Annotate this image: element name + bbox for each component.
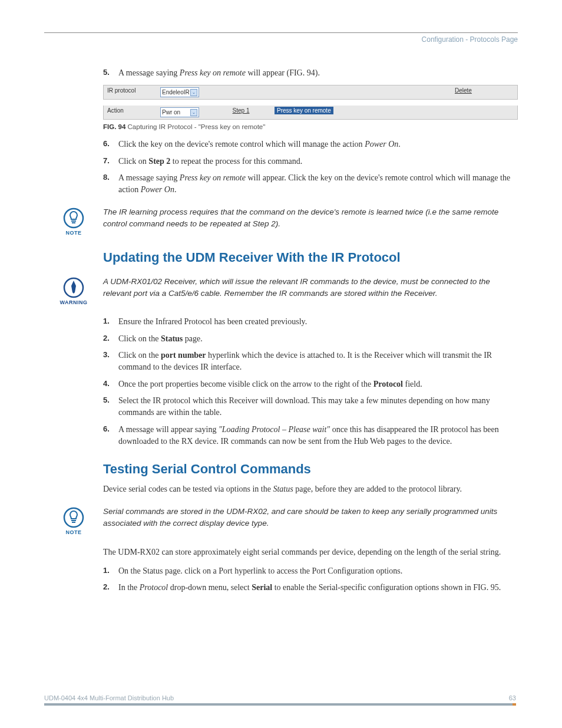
section-heading: Testing Serial Control Commands [103,462,518,477]
action-select[interactable]: Pwr on ⌄ [160,107,199,117]
chevron-down-icon: ⌄ [190,89,197,96]
figure-94: IR protocol EndeleoIR ⌄ Delete Action Pw… [103,85,518,120]
list-item: 6. A message will appear saying "Loading… [103,424,518,448]
note-callout: NOTE The IR learning process requires th… [44,206,518,236]
list-item: 4. Once the port properties become visib… [103,378,518,390]
figure-caption: FIG. 94 Capturing IR Protocol - "Press k… [103,123,518,130]
list-item: 5. A message saying Press key on remote … [103,67,518,79]
list-item: 7. Click on Step 2 to repeat the process… [103,156,518,167]
chevron-down-icon: ⌄ [190,109,197,116]
list-item: 1. On the Status page. click on a Port h… [103,565,518,577]
list-item: 3. Click on the port number hyperlink wh… [103,350,518,374]
page-footer: UDM-0404 4x4 Multi-Format Distribution H… [44,694,516,706]
lightbulb-icon [63,507,84,528]
footer-title: UDM-0404 4x4 Multi-Format Distribution H… [44,694,174,701]
list-item: 2. In the Protocol drop-down menu, selec… [103,582,518,594]
breadcrumb: Configuration - Protocols Page [44,35,518,44]
lightbulb-icon [63,207,84,229]
warning-callout: WARNING A UDM-RX01/02 Receiver, which wi… [44,276,518,305]
list-item: 1. Ensure the Infrared Protocol has been… [103,316,518,328]
delete-link[interactable]: Delete [455,87,472,94]
list-item: 5. Select the IR protocol which this Rec… [103,395,518,419]
status-message: Press key on remote [275,107,333,114]
note-callout: NOTE Serial commands are stored in the U… [44,506,518,535]
ir-protocol-select[interactable]: EndeleoIR ⌄ [160,87,199,97]
step-link[interactable]: Step 1 [233,107,250,114]
warning-icon [63,277,84,298]
section-heading: Updating the UDM Receiver With the IR Pr… [103,250,518,265]
page-number: 63 [509,694,516,701]
body-text: Device serial codes can be tested via op… [103,483,518,495]
list-item: 8. A message saying Press key on remote … [103,172,518,196]
body-text: The UDM-RX02 can store approximately eig… [103,546,518,558]
list-item: 2. Click on the Status page. [103,333,518,345]
list-item: 6. Click the key on the device's remote … [103,139,518,150]
